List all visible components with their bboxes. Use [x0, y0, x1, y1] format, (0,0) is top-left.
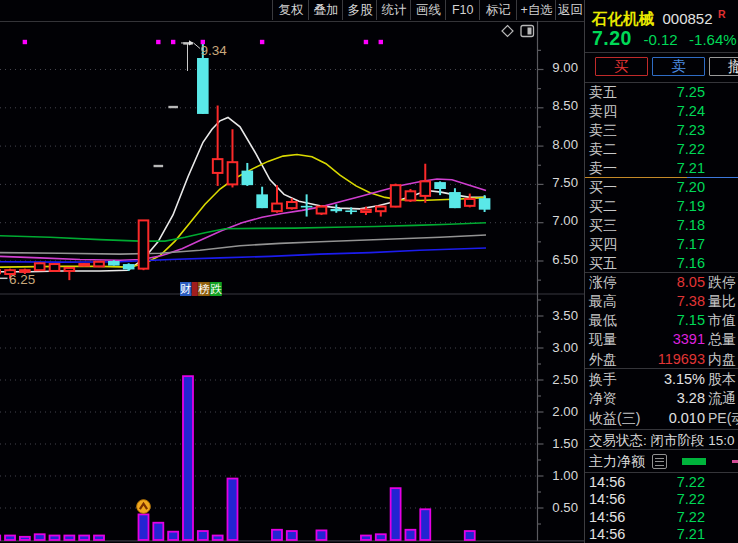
sell-row-1[interactable]: 卖一7.21 — [585, 159, 738, 178]
stat-value: 7.15 — [677, 311, 705, 330]
sell-label: 卖二 — [589, 140, 617, 159]
volume-bar — [50, 536, 60, 540]
sell-price: 7.22 — [677, 140, 705, 159]
stat-value: 3391 — [673, 330, 705, 349]
volume-bar — [227, 479, 237, 540]
stat-label: 外盘 — [589, 350, 617, 369]
candle-body-up — [228, 162, 238, 184]
buy-price: 7.16 — [677, 254, 705, 273]
stat-row-最高: 最高7.38量比 — [585, 292, 738, 311]
diamond-icon[interactable] — [502, 26, 513, 37]
buy-price: 7.18 — [677, 216, 705, 235]
pip-window-icon[interactable] — [521, 26, 534, 37]
buy-row-5[interactable]: 买五7.16 — [585, 254, 738, 273]
stat-value: 3.28 — [677, 389, 705, 409]
volume-bar — [376, 534, 386, 540]
buy-button[interactable]: 买 — [595, 57, 648, 76]
sell-row-5[interactable]: 卖五7.25 — [585, 83, 738, 102]
tick-row[interactable]: 14:567.21 — [585, 526, 738, 543]
chart-area: 复权叠加多股统计画线F10标记+自选返回 9.008.508.007.507.0… — [0, 0, 584, 543]
event-dot — [156, 40, 160, 44]
candle-body-up — [139, 220, 149, 268]
stat-label-2: PE(动 — [708, 409, 738, 429]
candle-body-down — [108, 261, 120, 266]
event-badge-label: 榜 — [198, 283, 210, 295]
min-price-label: 6.25 — [9, 272, 35, 287]
buy-label: 买五 — [589, 254, 617, 273]
candle-body-up — [272, 204, 282, 212]
candle-body-down — [434, 182, 446, 189]
event-badge-label: 跌 — [210, 283, 222, 295]
sell-row-4[interactable]: 卖四7.24 — [585, 102, 738, 121]
stat-row-换手: 换手3.15%股本 — [585, 370, 738, 390]
event-dot — [23, 40, 27, 44]
kline-chart[interactable]: 9.008.508.007.507.006.503.503.002.502.00… — [0, 0, 584, 543]
buy-label: 买三 — [589, 216, 617, 235]
candle-body-down — [345, 210, 357, 212]
tick-price: 7.22 — [677, 491, 705, 509]
candle-body-up — [35, 263, 45, 270]
price-axis-label: 7.00 — [552, 213, 578, 228]
sell-row-2[interactable]: 卖二7.22 — [585, 140, 738, 159]
stat-row-净资: 净资3.28流通 — [585, 389, 738, 409]
volume-bar — [183, 376, 193, 540]
stat-label-2: 股本 — [708, 370, 736, 390]
event-badge — [192, 282, 198, 296]
buy-row-3[interactable]: 买三7.18 — [585, 216, 738, 235]
stock-flag-r: R — [718, 8, 726, 20]
sell-row-3[interactable]: 卖三7.23 — [585, 121, 738, 140]
candle-body-down — [479, 198, 491, 209]
candle-body-down — [242, 171, 254, 186]
tick-row[interactable]: 14:567.22 — [585, 491, 738, 509]
stat-label-2: 总量 — [708, 330, 736, 349]
price-change-pct: -1.64% — [689, 31, 737, 48]
stat-value: 119693 — [658, 350, 705, 369]
buy-row-4[interactable]: 买四7.17 — [585, 235, 738, 254]
buy-label: 买一 — [589, 178, 617, 197]
sell-button[interactable]: 卖 — [652, 57, 705, 76]
volume-axis-label: 1.50 — [552, 436, 578, 451]
volume-bar — [272, 530, 282, 540]
tick-price: 7.22 — [677, 474, 705, 492]
candle-body-up — [420, 181, 430, 196]
volume-bar — [139, 514, 149, 540]
volume-bar — [5, 536, 15, 540]
candle-body-up — [465, 199, 475, 206]
volume-axis-label: 0.50 — [552, 500, 578, 515]
price-axis-label: 7.50 — [552, 175, 578, 190]
candle-body-up — [317, 207, 327, 214]
sell-price: 7.21 — [677, 159, 705, 178]
list-icon[interactable] — [652, 454, 667, 469]
buy-price: 7.20 — [677, 178, 705, 197]
stat-value: 3.15% — [664, 370, 705, 390]
tick-row[interactable]: 14:567.22 — [585, 474, 738, 492]
tick-time: 14:56 — [589, 474, 625, 492]
tick-time: 14:56 — [589, 509, 625, 527]
sell-price: 7.23 — [677, 121, 705, 140]
quote-panel: 石化机械 000852 R 7.20 -0.12 -1.64% 买卖撤 卖五7.… — [584, 0, 738, 543]
stat-label: 最低 — [589, 311, 617, 330]
cancel-button[interactable]: 撤 — [709, 57, 738, 76]
tick-price: 7.22 — [677, 509, 705, 527]
high-price-annotation: 9.34 — [200, 43, 227, 58]
trade-buttons: 买卖撤 — [585, 57, 738, 77]
stat-label: 现量 — [589, 330, 617, 349]
price-change: -0.12 — [643, 31, 677, 48]
main-net-value-clipped — [732, 460, 738, 463]
tick-time: 14:56 — [589, 491, 625, 509]
last-price: 7.20 — [592, 27, 632, 49]
stat-label: 最高 — [589, 292, 617, 311]
buy-label: 买二 — [589, 197, 617, 216]
tick-row[interactable]: 14:567.22 — [585, 509, 738, 527]
sell-label: 卖四 — [589, 102, 617, 121]
annotation-arrow-link — [193, 43, 200, 49]
pip-window-icon-inner — [528, 28, 532, 35]
buy-row-1[interactable]: 买一7.20 — [585, 178, 738, 197]
tick-price: 7.21 — [677, 526, 705, 543]
volume-bar — [287, 531, 297, 540]
buy-row-2[interactable]: 买二7.19 — [585, 197, 738, 216]
volume-bar — [405, 530, 415, 540]
stat-row-现量: 现量3391总量 — [585, 330, 738, 349]
stat-label: 换手 — [589, 370, 617, 390]
event-dot — [171, 40, 175, 44]
